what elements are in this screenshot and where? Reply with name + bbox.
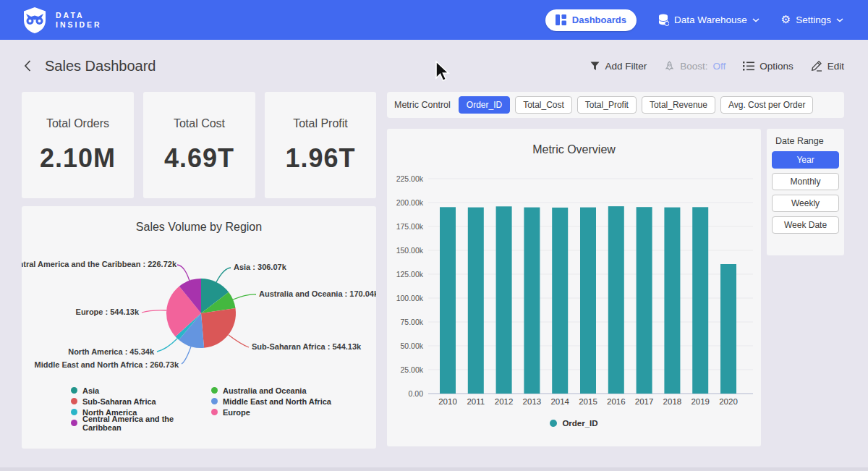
pie-legend: AsiaSub-Saharan AfricaNorth AmericaCentr… [71,385,352,428]
nav-right: Dashboards Data Warehouse ⚙ Settings [545,9,843,31]
x-axis-tick: 2018 [663,397,682,406]
x-axis-tick: 2013 [523,397,542,406]
bar-2019[interactable] [692,207,708,394]
chevron-down-icon [836,18,843,22]
y-axis-tick: 150.00k [396,246,424,255]
settings-label: Settings [796,14,831,25]
metric-button-total-profit[interactable]: Total_Profit [577,96,637,114]
x-axis-tick: 2020 [719,397,738,406]
x-axis-tick: 2016 [607,397,626,406]
brand[interactable]: DATA INSIDER [22,7,102,34]
edit-button[interactable]: Edit [811,60,844,72]
legend-item-australia-and-oceania[interactable]: Australia and Oceania [211,385,352,396]
boost-label: Boost: [680,61,707,72]
legend-dot [71,398,77,404]
boost-toggle[interactable]: Boost: Off [664,61,726,72]
subheader-actions: Add Filter Boost: Off Options [590,60,844,72]
pie-leader-line [142,310,166,313]
app-root: DATA INSIDER Dashboards D [0,0,868,471]
dashboards-button[interactable]: Dashboards [545,9,637,31]
bar-2011[interactable] [468,208,484,394]
x-axis-tick: 2017 [635,397,654,406]
date-range-button-year[interactable]: Year [772,151,839,169]
kpi-card-total-profit: Total Profit 1.96T [265,92,376,198]
data-warehouse-label: Data Warehouse [674,14,747,25]
page-title: Sales Dashboard [45,58,156,75]
legend-item-europe[interactable]: Europe [211,407,352,417]
top-nav: DATA INSIDER Dashboards D [0,0,868,40]
gear-icon: ⚙ [781,14,791,25]
legend-dot [211,387,218,394]
y-axis-tick: 50.00k [400,341,423,350]
bar-2020[interactable] [720,264,736,394]
pie-label-central-america-and-the-caribbean: Central America and the Caribbean : 226.… [22,260,177,268]
kpi-label: Total Cost [174,117,225,130]
add-filter-label: Add Filter [605,61,647,72]
legend-label: Europe [223,408,250,417]
options-button[interactable]: Options [743,61,793,72]
metric-button-order-id[interactable]: Order_ID [459,96,510,114]
x-axis-tick: 2011 [467,397,485,406]
pie-leader-line [216,268,231,282]
bar-chart-card: 0.0025.00k50.00k75.00k100.00k125.00k150.… [387,129,761,446]
dashboards-label: Dashboards [572,14,626,25]
pie-leader-line [182,347,191,364]
edit-label: Edit [827,61,844,72]
metric-button-avg-cost-per-order[interactable]: Avg. Cost per Order [720,96,814,114]
bar-2017[interactable] [637,207,652,394]
date-range-label: Date Range [775,136,839,146]
bar-chart-title: Metric Overview [387,143,761,156]
y-axis-tick: 125.00k [396,270,424,279]
pie-slice-sub-saharan-africa[interactable] [201,308,236,348]
y-axis-tick: 100.00k [396,294,424,302]
settings-menu[interactable]: ⚙ Settings [781,14,843,25]
legend-item-asia[interactable]: Asia [71,385,211,396]
bar-chart: 0.0025.00k50.00k75.00k100.00k125.00k150.… [387,129,761,446]
metric-button-total-revenue[interactable]: Total_Revenue [642,96,715,114]
legend-column: AsiaSub-Saharan AfricaNorth AmericaCentr… [71,385,211,428]
pie-label-asia: Asia : 306.07k [234,263,287,271]
options-list-icon [743,61,754,71]
date-range-button-weekly[interactable]: Weekly [772,195,839,212]
legend-item-sub-saharan-africa[interactable]: Sub-Saharan Africa [71,396,211,407]
dashboards-icon [556,14,566,25]
kpi-label: Total Profit [293,117,348,130]
kpi-value: 4.69T [164,143,234,174]
database-icon [658,14,669,26]
legend-item-central-america-and-the-caribbean[interactable]: Central America and the Caribbean [71,417,211,428]
pie-label-middle-east-and-north-africa: Middle East and North Africa : 260.73k [35,360,179,369]
date-range-button-monthly[interactable]: Monthly [772,173,839,190]
kpi-card-total-cost: Total Cost 4.69T [143,92,255,198]
options-label: Options [760,61,793,72]
legend-item-middle-east-and-north-africa[interactable]: Middle East and North Africa [211,396,352,407]
pie-label-sub-saharan-africa: Sub-Saharan Africa : 544.13k [252,342,362,351]
pencil-icon [811,60,822,72]
metric-control-label: Metric Control [394,100,451,110]
legend-dot [211,398,218,404]
brand-line-1: DATA [56,11,102,20]
kpi-card-total-orders: Total Orders 2.10M [22,92,134,198]
pie-chart-card: Asia : 306.07kAustralia and Oceania : 17… [22,206,376,449]
bar-2012[interactable] [496,206,512,394]
x-axis-tick: 2014 [550,397,569,406]
metric-button-total-cost[interactable]: Total_Cost [515,96,572,114]
bar-2016[interactable] [608,206,624,394]
bar-2010[interactable] [440,207,456,394]
x-axis-tick: 2019 [691,397,710,406]
chevron-down-icon [752,18,760,22]
bar-2013[interactable] [524,208,540,394]
data-warehouse-menu[interactable]: Data Warehouse [658,14,760,26]
pie-leader-line [157,339,177,352]
bar-2018[interactable] [664,208,680,394]
x-axis-tick: 2012 [495,397,514,406]
brand-line-2: INSIDER [56,20,102,30]
bar-2014[interactable] [552,208,568,394]
legend-dot [71,387,77,394]
boost-value: Off [712,61,726,72]
pie-label-north-america: North America : 45.34k [68,347,155,356]
add-filter-button[interactable]: Add Filter [590,61,647,72]
legend-dot [550,420,557,427]
date-range-button-week-date[interactable]: Week Date [772,216,839,234]
back-button[interactable] [22,58,33,74]
bar-2015[interactable] [580,208,596,394]
